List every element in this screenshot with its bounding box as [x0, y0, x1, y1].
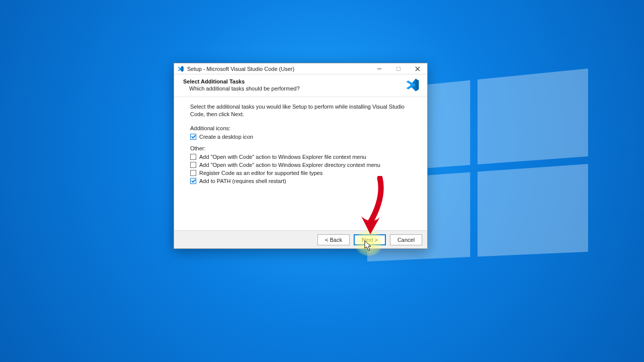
checkbox-add-path[interactable] — [190, 178, 196, 184]
checkbox-context-dir[interactable] — [190, 162, 196, 168]
close-button[interactable] — [408, 63, 427, 74]
vscode-icon — [177, 65, 184, 72]
label-register-editor[interactable]: Register Code as an editor for supported… — [199, 170, 323, 176]
maximize-button[interactable] — [389, 63, 408, 74]
checkbox-context-file[interactable] — [190, 154, 196, 160]
label-add-path[interactable]: Add to PATH (requires shell restart) — [199, 178, 286, 184]
titlebar[interactable]: Setup - Microsoft Visual Studio Code (Us… — [174, 63, 427, 74]
option-desktop-icon[interactable]: Create a desktop icon — [190, 133, 413, 140]
vscode-logo-icon — [405, 77, 420, 93]
wizard-body: Select the additional tasks you would li… — [174, 97, 427, 230]
back-button[interactable]: < Back — [317, 234, 350, 245]
wizard-header: Select Additional Tasks Which additional… — [174, 74, 427, 97]
option-context-file[interactable]: Add "Open with Code" action to Windows E… — [190, 153, 413, 160]
group-label-icons: Additional icons: — [190, 125, 413, 131]
installer-window: Setup - Microsoft Visual Studio Code (Us… — [174, 63, 428, 249]
option-register-editor[interactable]: Register Code as an editor for supported… — [190, 169, 413, 176]
svg-rect-1 — [397, 67, 400, 70]
checkbox-desktop-icon[interactable] — [190, 134, 196, 140]
page-title: Select Additional Tasks — [183, 78, 418, 84]
minimize-button[interactable] — [370, 63, 389, 74]
window-controls — [370, 63, 427, 74]
option-add-path[interactable]: Add to PATH (requires shell restart) — [190, 177, 413, 185]
page-subtitle: Which additional tasks should be perform… — [189, 85, 418, 92]
wizard-footer: < Back Next > Cancel — [174, 230, 427, 248]
label-desktop-icon[interactable]: Create a desktop icon — [199, 134, 253, 140]
desktop-background: Setup - Microsoft Visual Studio Code (Us… — [0, 0, 644, 362]
next-button[interactable]: Next > — [354, 234, 386, 245]
option-context-dir[interactable]: Add "Open with Code" action to Windows E… — [190, 161, 413, 168]
intro-text: Select the additional tasks you would li… — [190, 103, 407, 118]
label-context-dir[interactable]: Add "Open with Code" action to Windows E… — [199, 162, 380, 168]
label-context-file[interactable]: Add "Open with Code" action to Windows E… — [199, 154, 366, 160]
cancel-button[interactable]: Cancel — [390, 234, 422, 245]
window-title: Setup - Microsoft Visual Studio Code (Us… — [187, 66, 370, 72]
checkbox-register-editor[interactable] — [190, 170, 196, 176]
group-label-other: Other: — [190, 145, 413, 151]
